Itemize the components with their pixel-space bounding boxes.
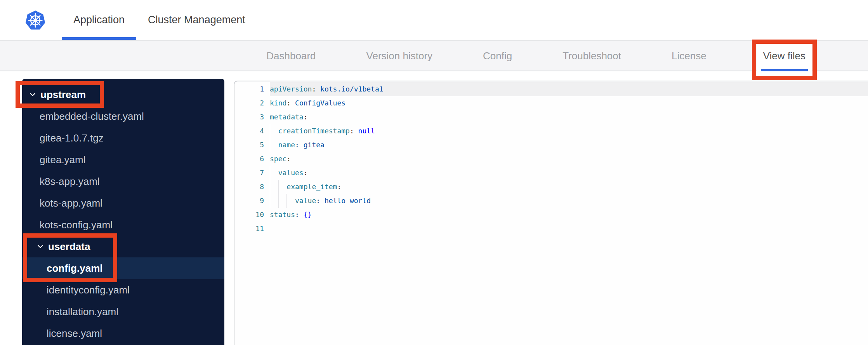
tree-folder-userdata[interactable]: userdata bbox=[22, 236, 224, 257]
tree-item-label: license.yaml bbox=[47, 328, 102, 340]
token-punc: : bbox=[286, 99, 291, 107]
indent-guide bbox=[270, 138, 270, 152]
token-key: creationTimestamp bbox=[278, 127, 350, 135]
tab-label: Application bbox=[73, 14, 125, 26]
tree-file-installation-yaml[interactable]: installation.yaml bbox=[22, 301, 224, 323]
token-plain bbox=[270, 197, 295, 205]
tab-application[interactable]: Application bbox=[62, 0, 136, 40]
tree-file-gitea-yaml[interactable]: gitea.yaml bbox=[22, 149, 224, 171]
tree-file-gitea-1-0-7-tgz[interactable]: gitea-1.0.7.tgz bbox=[22, 127, 224, 149]
token-plain bbox=[299, 141, 304, 149]
tree-item-label: userdata bbox=[48, 241, 90, 253]
tree-item-label: config.yaml bbox=[47, 262, 102, 274]
code-text: status: {} bbox=[270, 208, 868, 222]
tree-file-embedded-cluster-yaml[interactable]: embedded-cluster.yaml bbox=[22, 105, 224, 127]
indent-guide bbox=[286, 194, 287, 208]
indent-guide bbox=[278, 180, 279, 194]
token-key: spec bbox=[270, 155, 286, 163]
line-number: 7 bbox=[234, 166, 264, 180]
line-number: 10 bbox=[234, 208, 264, 222]
line-number: 11 bbox=[234, 222, 264, 236]
line-number: 5 bbox=[234, 138, 264, 152]
tab-cluster-management[interactable]: Cluster Management bbox=[136, 0, 257, 40]
token-punc: : bbox=[316, 197, 320, 205]
tree-file-k8s-app-yaml[interactable]: k8s-app.yaml bbox=[22, 171, 224, 192]
indent-guide bbox=[270, 194, 270, 208]
nav-item-label: Version history bbox=[366, 50, 433, 62]
line-number: 8 bbox=[234, 180, 264, 194]
tree-item-label: installation.yaml bbox=[47, 306, 118, 318]
nav-item-label: Troubleshoot bbox=[562, 50, 621, 62]
nav-item-config[interactable]: Config bbox=[483, 41, 512, 71]
tree-file-config-yaml[interactable]: config.yaml bbox=[22, 257, 224, 279]
code-text: metadata: bbox=[270, 110, 868, 124]
nav-item-version-history[interactable]: Version history bbox=[366, 41, 433, 71]
code-text: example_item: bbox=[270, 180, 868, 194]
token-key: status bbox=[270, 210, 295, 219]
tree-file-kots-app-yaml[interactable]: kots-app.yaml bbox=[22, 192, 224, 214]
code-text: spec: bbox=[270, 152, 868, 166]
code-text: kind: ConfigValues bbox=[270, 96, 868, 110]
tree-file-identityconfig-yaml[interactable]: identityconfig.yaml bbox=[22, 279, 224, 301]
tree-file-kots-config-yaml[interactable]: kots-config.yaml bbox=[22, 214, 224, 236]
token-str: ConfigValues bbox=[295, 99, 345, 107]
active-tab-underline bbox=[62, 37, 136, 40]
line-number: 9 bbox=[234, 194, 264, 208]
code-line-1: 1apiVersion: kots.io/v1beta1 bbox=[234, 82, 868, 96]
tree-item-label: gitea.yaml bbox=[40, 154, 86, 166]
token-plain bbox=[299, 210, 304, 219]
code-text: name: gitea bbox=[270, 138, 868, 152]
nav-item-label: Dashboard bbox=[266, 50, 316, 62]
code-editor[interactable]: 1apiVersion: kots.io/v1beta12kind: Confi… bbox=[234, 81, 868, 345]
nav-item-label: View files bbox=[763, 50, 806, 62]
code-text bbox=[270, 222, 868, 236]
kubernetes-icon bbox=[24, 9, 46, 32]
nav-item-license[interactable]: License bbox=[672, 41, 707, 71]
token-plain bbox=[270, 169, 278, 177]
nav-item-dashboard[interactable]: Dashboard bbox=[266, 41, 316, 71]
nav-item-label: License bbox=[672, 50, 707, 62]
top-navbar: ApplicationCluster Management bbox=[0, 0, 868, 41]
token-key: name bbox=[278, 141, 295, 149]
indent-guide bbox=[270, 124, 270, 138]
code-line-10: 10status: {} bbox=[234, 208, 868, 222]
code-line-11: 11 bbox=[234, 222, 868, 236]
indent-guide bbox=[270, 180, 270, 194]
code-content: 1apiVersion: kots.io/v1beta12kind: Confi… bbox=[234, 82, 868, 236]
token-plain bbox=[316, 85, 320, 93]
tree-item-label: k8s-app.yaml bbox=[40, 176, 100, 188]
token-kw: null bbox=[358, 127, 375, 135]
tree-item-label: kots-app.yaml bbox=[40, 197, 102, 209]
code-line-3: 3metadata: bbox=[234, 110, 868, 124]
code-line-7: 7 values: bbox=[234, 166, 868, 180]
token-punc: : bbox=[286, 155, 291, 163]
nav-item-view-files[interactable]: View files bbox=[757, 41, 812, 71]
token-punc: : bbox=[304, 113, 308, 121]
code-line-9: 9 value: hello world bbox=[234, 194, 868, 208]
token-punc: : bbox=[337, 183, 341, 191]
token-punc: : bbox=[350, 127, 354, 135]
code-line-2: 2kind: ConfigValues bbox=[234, 96, 868, 110]
app-nav: DashboardVersion historyConfigTroublesho… bbox=[0, 41, 868, 71]
token-punc: : bbox=[304, 169, 308, 177]
token-punc: : bbox=[295, 210, 299, 219]
tree-item-label: identityconfig.yaml bbox=[47, 284, 130, 296]
line-number: 2 bbox=[234, 96, 264, 110]
top-tabs: ApplicationCluster Management bbox=[62, 0, 257, 40]
line-number: 4 bbox=[234, 124, 264, 138]
nav-item-troubleshoot[interactable]: Troubleshoot bbox=[562, 41, 621, 71]
tree-item-label: embedded-cluster.yaml bbox=[40, 110, 144, 122]
line-number: 3 bbox=[234, 110, 264, 124]
nav-item-label: Config bbox=[483, 50, 512, 62]
chevron-down-icon bbox=[36, 242, 45, 251]
line-number: 6 bbox=[234, 152, 264, 166]
token-key: kind bbox=[270, 99, 286, 107]
token-plain bbox=[270, 141, 278, 149]
tree-file-license-yaml[interactable]: license.yaml bbox=[22, 323, 224, 344]
code-text: apiVersion: kots.io/v1beta1 bbox=[270, 82, 868, 96]
code-text: creationTimestamp: null bbox=[270, 124, 868, 138]
file-tree: upstreamembedded-cluster.yamlgitea-1.0.7… bbox=[22, 79, 224, 345]
code-text: value: hello world bbox=[270, 194, 868, 208]
tree-folder-upstream[interactable]: upstream bbox=[22, 84, 224, 105]
tree-item-label: upstream bbox=[40, 89, 86, 101]
